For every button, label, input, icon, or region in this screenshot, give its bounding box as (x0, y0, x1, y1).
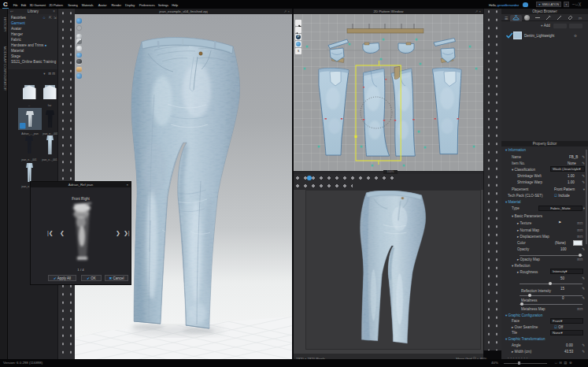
svg-text:Adrian_..._jean: Adrian_..._jean (21, 132, 39, 135)
svg-text:jean_e..._001: jean_e..._001 (41, 158, 57, 161)
svg-text:jean_e..._001: jean_e..._001 (42, 132, 57, 135)
svg-text:fav: fav (48, 104, 52, 107)
svg-text:jean_e..._001: jean_e..._001 (20, 158, 37, 161)
svg-text:...: ... (28, 104, 31, 107)
